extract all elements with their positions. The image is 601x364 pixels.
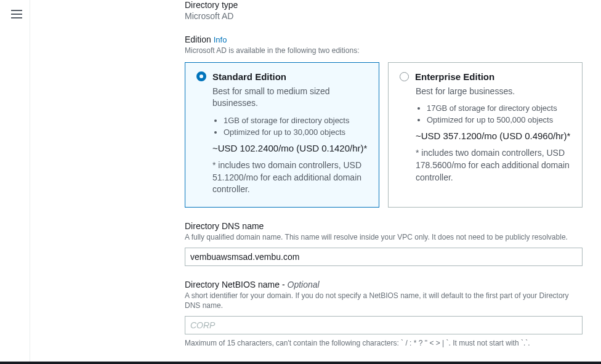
- dns-input[interactable]: [185, 248, 583, 266]
- edition-option-standard[interactable]: Standard Edition Best for small to mediu…: [185, 62, 379, 208]
- radio-unselected-icon: [400, 72, 409, 81]
- netbios-hint: Maximum of 15 characters, can't contain …: [185, 338, 583, 349]
- edition-enterprise-bullet-2: Optimized for up to 500,000 objects: [427, 115, 571, 124]
- netbios-label: Directory NetBIOS name - Optional: [185, 280, 583, 289]
- edition-standard-note: * includes two domain controllers, USD 5…: [212, 160, 368, 196]
- edition-enterprise-bullet-1: 17GB of storage for directory objects: [427, 103, 571, 113]
- bottom-bar: [0, 362, 601, 364]
- edition-helper: Microsoft AD is available in the followi…: [185, 46, 583, 56]
- edition-standard-bullet-2: Optimized for up to 30,000 objects: [224, 127, 368, 137]
- edition-standard-bullet-1: 1GB of storage for directory objects: [224, 116, 368, 125]
- edition-enterprise-price: ~USD 357.1200/mo (USD 0.4960/hr)*: [416, 131, 571, 141]
- edition-enterprise-note: * includes two domain controllers, USD 1…: [416, 147, 571, 184]
- edition-standard-title: Standard Edition: [212, 71, 286, 82]
- netbios-helper: A short identifier for your domain. If y…: [185, 291, 583, 312]
- edition-enterprise-title: Enterprise Edition: [415, 71, 494, 82]
- dns-helper: A fully qualified domain name. This name…: [185, 232, 583, 243]
- directory-type-label: Directory type: [185, 0, 583, 10]
- dns-label: Directory DNS name: [185, 221, 583, 231]
- radio-selected-icon: [196, 71, 206, 81]
- dns-name-field: Directory DNS name A fully qualified dom…: [185, 221, 583, 266]
- netbios-field: Directory NetBIOS name - Optional A shor…: [185, 280, 583, 349]
- edition-standard-desc: Best for small to medium sized businesse…: [212, 86, 368, 110]
- edition-info-link[interactable]: Info: [214, 35, 227, 44]
- directory-type-value: Microsoft AD: [185, 11, 583, 21]
- sidebar-divider: [30, 0, 30, 364]
- edition-section: Edition Info Microsoft AD is available i…: [185, 34, 583, 208]
- menu-toggle-button[interactable]: [11, 10, 22, 18]
- edition-standard-price: ~USD 102.2400/mo (USD 0.1420/hr)*: [212, 143, 368, 153]
- directory-type-field: Directory type Microsoft AD: [185, 0, 583, 21]
- edition-enterprise-desc: Best for large businesses.: [416, 86, 571, 98]
- edition-option-enterprise[interactable]: Enterprise Edition Best for large busine…: [388, 62, 583, 208]
- edition-label: Edition Info: [185, 34, 583, 44]
- netbios-input[interactable]: [185, 316, 583, 334]
